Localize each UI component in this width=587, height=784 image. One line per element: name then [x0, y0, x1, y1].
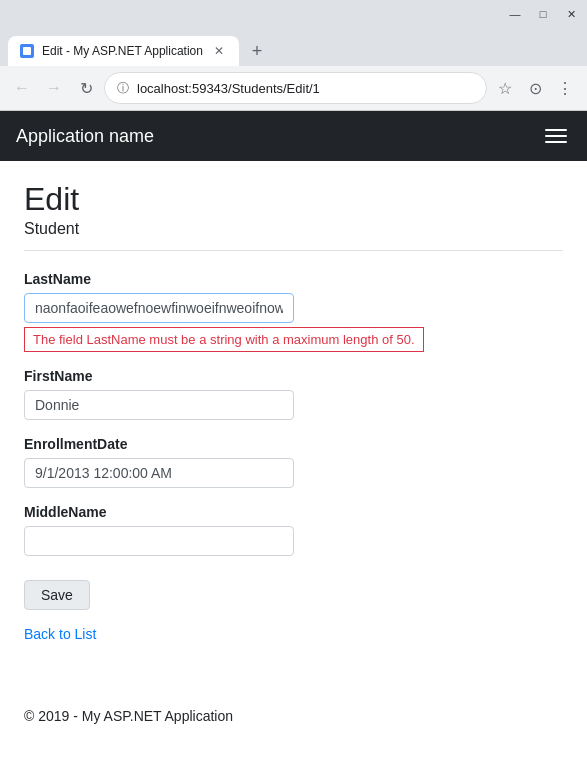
- back-to-list-link[interactable]: Back to List: [24, 626, 563, 642]
- app-navbar: Application name: [0, 111, 587, 161]
- tab-bar: Edit - My ASP.NET Application ✕ +: [0, 28, 587, 66]
- close-button[interactable]: ✕: [563, 6, 579, 22]
- hamburger-line-1: [545, 129, 567, 131]
- enrollmentdate-input[interactable]: [24, 458, 294, 488]
- bookmark-button[interactable]: ☆: [491, 74, 519, 102]
- minimize-button[interactable]: —: [507, 6, 523, 22]
- tab-favicon: [20, 44, 34, 58]
- footer: © 2019 - My ASP.NET Application: [0, 692, 587, 740]
- middlename-input[interactable]: [24, 526, 294, 556]
- back-button[interactable]: ←: [8, 74, 36, 102]
- middlename-label: MiddleName: [24, 504, 563, 520]
- page-title: Edit: [24, 181, 563, 218]
- browser-toolbar: ← → ↻ ⓘ localhost:59343/Students/Edit/1 …: [0, 66, 587, 110]
- maximize-button[interactable]: □: [535, 6, 551, 22]
- lastname-input[interactable]: [24, 293, 294, 323]
- address-bar[interactable]: ⓘ localhost:59343/Students/Edit/1: [104, 72, 487, 104]
- new-tab-button[interactable]: +: [243, 37, 271, 65]
- hamburger-line-3: [545, 141, 567, 143]
- lastname-group: LastName The field LastName must be a st…: [24, 271, 563, 352]
- firstname-group: FirstName: [24, 368, 563, 420]
- lastname-label: LastName: [24, 271, 563, 287]
- lastname-validation-error: The field LastName must be a string with…: [24, 327, 424, 352]
- tab-close-button[interactable]: ✕: [211, 43, 227, 59]
- tab-label: Edit - My ASP.NET Application: [42, 44, 203, 58]
- app-name: Application name: [16, 126, 154, 147]
- enrollmentdate-group: EnrollmentDate: [24, 436, 563, 488]
- firstname-input[interactable]: [24, 390, 294, 420]
- edit-form: LastName The field LastName must be a st…: [24, 271, 563, 626]
- page-content: Edit Student LastName The field LastName…: [0, 161, 587, 692]
- address-text: localhost:59343/Students/Edit/1: [137, 81, 474, 96]
- menu-button[interactable]: ⋮: [551, 74, 579, 102]
- save-button[interactable]: Save: [24, 580, 90, 610]
- middlename-group: MiddleName: [24, 504, 563, 556]
- page-subtitle: Student: [24, 220, 563, 238]
- forward-button[interactable]: →: [40, 74, 68, 102]
- firstname-label: FirstName: [24, 368, 563, 384]
- active-tab[interactable]: Edit - My ASP.NET Application ✕: [8, 36, 239, 66]
- hamburger-menu[interactable]: [541, 125, 571, 147]
- browser-chrome: Edit - My ASP.NET Application ✕ + ← → ↻ …: [0, 28, 587, 111]
- lock-icon: ⓘ: [117, 80, 129, 97]
- divider: [24, 250, 563, 251]
- reload-button[interactable]: ↻: [72, 74, 100, 102]
- enrollmentdate-label: EnrollmentDate: [24, 436, 563, 452]
- window-controls: — □ ✕: [0, 0, 587, 28]
- hamburger-line-2: [545, 135, 567, 137]
- profile-button[interactable]: ⊙: [521, 74, 549, 102]
- footer-text: © 2019 - My ASP.NET Application: [24, 708, 233, 724]
- toolbar-right: ☆ ⊙ ⋮: [491, 74, 579, 102]
